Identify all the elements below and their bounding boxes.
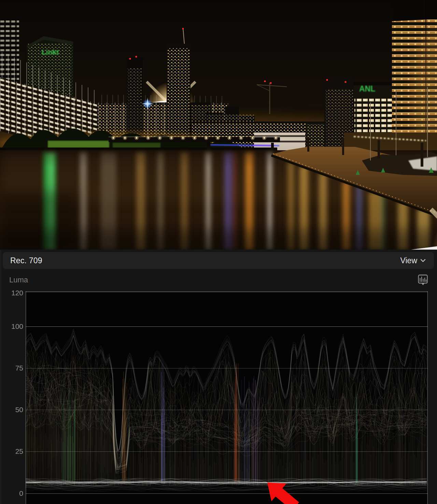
luma-waveform-canvas <box>26 291 428 504</box>
app-window: Linkt <box>0 0 437 504</box>
axis-tick-100: 100 <box>0 322 23 331</box>
axis-tick-0: 0 <box>0 489 23 498</box>
axis-tick-50: 50 <box>0 406 23 414</box>
chevron-down-icon <box>420 259 426 262</box>
axis-tick-120: 120 <box>0 289 23 297</box>
video-scopes-panel: Rec. 709 View Luma 1201007550250 <box>0 250 437 504</box>
luma-scale: 1201007550250 <box>0 250 23 504</box>
viewer-image-docklands-night: Linkt <box>0 0 437 250</box>
view-menu-button[interactable]: View <box>400 256 426 265</box>
axis-tick-75: 75 <box>0 364 23 372</box>
view-menu-label: View <box>400 256 417 265</box>
scope-header-bar: Rec. 709 View <box>3 252 434 269</box>
axis-tick-25: 25 <box>0 447 23 456</box>
anl-sign: ANL <box>359 84 375 93</box>
linkt-sign: Linkt <box>42 48 59 56</box>
histogram-panel-icon[interactable] <box>418 275 428 286</box>
night-skyline-graphic: Linkt <box>0 0 437 250</box>
